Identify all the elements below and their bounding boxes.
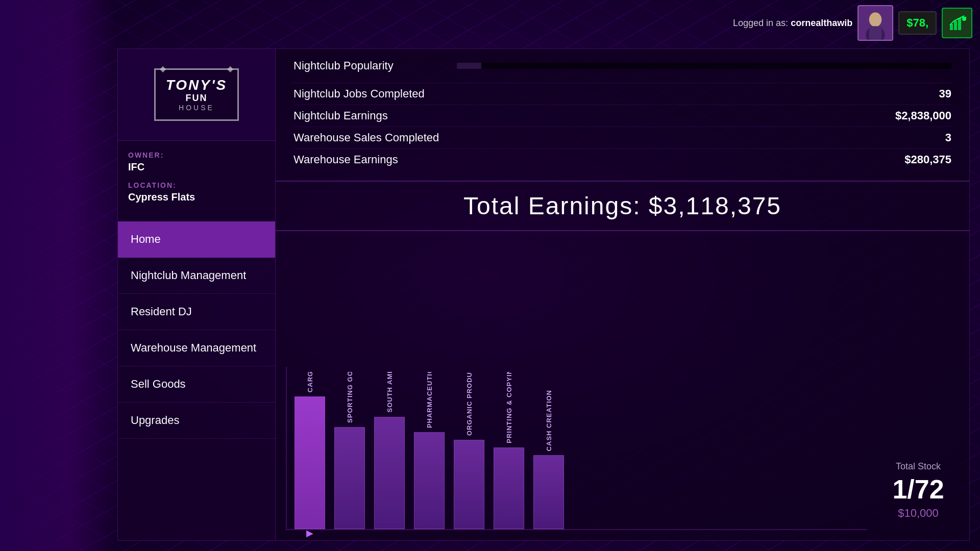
svg-rect-3 bbox=[869, 27, 882, 40]
total-earnings-section: Total Earnings: $3,118,375 bbox=[276, 182, 969, 231]
nav-item-home[interactable]: Home bbox=[118, 221, 275, 258]
logo-area: TONY'S FUN HOUSE bbox=[118, 49, 275, 141]
stock-area: CARGO AND SHIPMENTS▶SPORTING GOODSSOUTH … bbox=[276, 231, 969, 540]
logged-in-prefix: Logged in as: bbox=[733, 18, 788, 28]
username-display: cornealthawib bbox=[791, 18, 852, 28]
stats-area: Nightclub Popularity Nightclub Jobs Comp… bbox=[276, 49, 969, 182]
svg-point-1 bbox=[869, 12, 882, 27]
location-label: LOCATION: bbox=[128, 181, 265, 189]
nav-item-nightclub-management[interactable]: Nightclub Management bbox=[118, 258, 275, 294]
nightclub-earnings-value: $2,838,000 bbox=[895, 109, 951, 122]
bar-arrow-cargo: ▶ bbox=[306, 528, 313, 539]
stock-info: Total Stock 1/72 $10,000 bbox=[877, 451, 959, 530]
bar-label-cargo: CARGO AND SHIPMENTS bbox=[306, 372, 314, 392]
stats-button[interactable] bbox=[942, 8, 972, 38]
stock-total-label: Total Stock bbox=[896, 461, 941, 472]
bar-fill-cash bbox=[533, 455, 564, 529]
owner-value: IFC bbox=[128, 161, 265, 173]
bar-fill-sporting bbox=[334, 427, 365, 529]
svg-rect-5 bbox=[954, 21, 957, 30]
nightclub-earnings-label: Nightclub Earnings bbox=[293, 109, 447, 122]
total-earnings-label: Total Earnings: bbox=[463, 192, 641, 219]
logo-title-line3: HOUSE bbox=[166, 104, 228, 112]
warehouse-sales-value: 3 bbox=[945, 131, 951, 144]
nav-menu: Home Nightclub Management Resident DJ Wa… bbox=[118, 221, 275, 540]
logged-in-label: Logged in as: cornealthawib bbox=[733, 18, 852, 29]
bar-label-south-american: SOUTH AMERICAN IMPORTS bbox=[386, 372, 394, 413]
svg-rect-6 bbox=[958, 18, 961, 30]
owner-label: OWNER: bbox=[128, 151, 265, 159]
nightclub-earnings-row: Nightclub Earnings $2,838,000 bbox=[293, 105, 951, 127]
bar-fill-south-american bbox=[374, 417, 405, 529]
money-display: $78, bbox=[898, 11, 937, 35]
bar-label-pharmaceutical: PHARMACEUTICAL RESEARCH bbox=[426, 372, 433, 428]
bar-label-printing: PRINTING & COPYING bbox=[505, 372, 513, 443]
total-earnings-value: $3,118,375 bbox=[649, 192, 781, 219]
bar-fill-printing bbox=[494, 447, 524, 529]
bar-label-cash: CASH CREATION bbox=[545, 390, 553, 451]
warehouse-sales-label: Warehouse Sales Completed bbox=[293, 131, 447, 144]
stock-amount: 1/72 bbox=[892, 476, 944, 503]
warehouse-earnings-value: $280,375 bbox=[904, 153, 951, 166]
nav-item-resident-dj[interactable]: Resident DJ bbox=[118, 294, 275, 330]
bar-label-organic: ORGANIC PRODUCE bbox=[465, 372, 473, 436]
total-earnings-text: Total Earnings: $3,118,375 bbox=[463, 192, 781, 219]
logo-box: TONY'S FUN HOUSE bbox=[154, 68, 239, 121]
jobs-completed-value: 39 bbox=[939, 87, 951, 101]
bar-label-sporting: SPORTING GOODS bbox=[346, 372, 354, 423]
club-info: OWNER: IFC LOCATION: Cypress Flats bbox=[118, 141, 275, 221]
logo-title-line2: FUN bbox=[166, 93, 228, 104]
location-value: Cypress Flats bbox=[128, 191, 265, 203]
popularity-fill bbox=[457, 63, 481, 69]
sidebar: TONY'S FUN HOUSE OWNER: IFC LOCATION: Cy… bbox=[117, 48, 276, 541]
popularity-bar bbox=[457, 63, 951, 69]
bar-fill-organic bbox=[454, 440, 484, 529]
bar-fill-cargo: ▶ bbox=[295, 396, 325, 529]
nav-item-sell-goods[interactable]: Sell Goods bbox=[118, 366, 275, 403]
chart-area: CARGO AND SHIPMENTS▶SPORTING GOODSSOUTH … bbox=[286, 367, 867, 530]
avatar bbox=[857, 5, 893, 41]
stock-price: $10,000 bbox=[898, 507, 939, 520]
nav-item-warehouse-management[interactable]: Warehouse Management bbox=[118, 330, 275, 366]
nav-item-upgrades[interactable]: Upgrades bbox=[118, 403, 275, 439]
money-amount: $78, bbox=[906, 16, 928, 30]
popularity-row: Nightclub Popularity bbox=[293, 59, 951, 72]
content-area: Nightclub Popularity Nightclub Jobs Comp… bbox=[276, 48, 970, 541]
main-container: TONY'S FUN HOUSE OWNER: IFC LOCATION: Cy… bbox=[117, 48, 970, 541]
warehouse-earnings-row: Warehouse Earnings $280,375 bbox=[293, 148, 951, 170]
popularity-label: Nightclub Popularity bbox=[293, 59, 447, 72]
bar-fill-pharmaceutical bbox=[414, 432, 445, 529]
warehouse-sales-row: Warehouse Sales Completed 3 bbox=[293, 127, 951, 148]
warehouse-earnings-label: Warehouse Earnings bbox=[293, 153, 447, 166]
crowd-decoration bbox=[0, 0, 117, 551]
logo-title-line1: TONY'S bbox=[166, 78, 228, 93]
jobs-completed-label: Nightclub Jobs Completed bbox=[293, 87, 447, 101]
jobs-completed-row: Nightclub Jobs Completed 39 bbox=[293, 83, 951, 105]
topbar: Logged in as: cornealthawib $78, bbox=[725, 0, 980, 46]
